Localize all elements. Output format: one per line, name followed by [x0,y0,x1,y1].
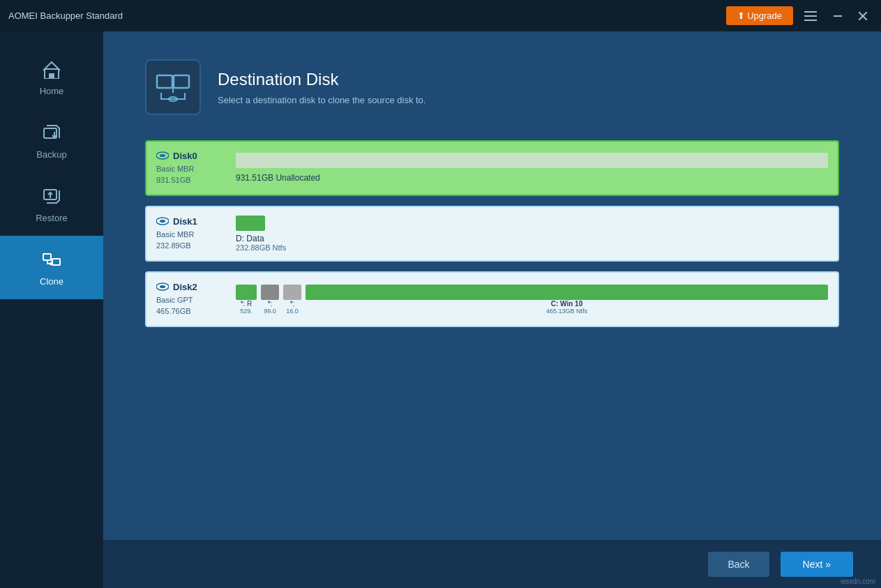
sidebar-item-backup[interactable]: Backup [0,109,103,172]
menu-button[interactable] [799,8,822,24]
header-icon [145,59,201,115]
disk2-info: Disk2 Basic GPT 465.76GB [156,282,226,317]
disk1-bar [236,216,265,231]
disk1-typesize: Basic MBR 232.89GB [156,229,226,252]
sidebar-item-home[interactable]: Home [0,45,103,109]
disk-row-1[interactable]: Disk1 Basic MBR 232.89GB D: Data 232.88G… [145,206,839,262]
page-header: Destination Disk Select a destination di… [145,59,839,115]
disk1-icon [156,216,169,226]
minimize-icon [834,15,842,17]
disk2-part2: *: 99.0 [261,285,279,315]
disk0-partition-label: 931.51GB Unallocated [236,171,828,183]
sidebar-item-restore[interactable]: Restore [0,172,103,236]
disk2-icon [156,282,169,292]
watermark: wsxdn.com [841,578,875,585]
disk0-icon [156,151,169,160]
sidebar-label-restore: Restore [36,213,68,223]
page-subtitle: Select a destination disk to clone the s… [218,95,426,105]
svg-rect-0 [804,11,817,13]
minimize-button[interactable] [828,13,848,20]
app-title: AOMEI Backupper Standard [8,10,123,21]
close-icon [859,12,867,20]
title-bar: AOMEI Backupper Standard ⬆ Upgrade [0,0,881,31]
svg-rect-7 [49,73,54,79]
disk2-part4: C: Win 10 465.13GB Ntfs [306,285,828,315]
svg-point-24 [160,285,165,288]
disk2-name: Disk2 [156,282,226,292]
disk2-part3-bar [283,285,301,300]
menu-icon [804,11,817,21]
svg-rect-3 [834,15,842,17]
svg-rect-15 [174,75,189,88]
disk2-part1-bar [236,285,257,300]
disk2-part4-bar [306,285,828,300]
disk0-bar [236,153,828,168]
clone-icon [40,248,63,271]
disk2-partition-row: *: R 529. *: 99.0 *: 1 [236,285,828,315]
disk1-partition-info: D: Data 232.88GB Ntfs [236,234,828,252]
restore-icon [40,185,63,207]
svg-rect-2 [804,20,817,21]
page-title: Destination Disk [218,70,426,89]
svg-point-22 [160,220,165,223]
main-layout: Home Backup Rest [0,31,881,588]
disk1-info: Disk1 Basic MBR 232.89GB [156,216,226,252]
close-button[interactable] [853,9,873,23]
sidebar-item-clone[interactable]: Clone [0,236,103,299]
disk1-partitions: D: Data 232.88GB Ntfs [236,216,828,252]
sidebar-label-clone: Clone [40,276,63,287]
disk2-part1: *: R 529. [236,285,257,315]
svg-rect-13 [52,259,60,265]
disk2-partitions: *: R 529. *: 99.0 *: 1 [236,285,828,315]
disk-list: Disk0 Basic MBR 931.51GB 931.51GB Unallo… [145,140,839,327]
disk0-name: Disk0 [156,151,226,161]
next-button[interactable]: Next » [781,552,853,577]
disk0-info: Disk0 Basic MBR 931.51GB [156,151,226,186]
home-icon [40,58,63,80]
destination-disk-icon [154,68,192,106]
svg-rect-1 [804,15,817,17]
disk2-part3: *: 16.0 [283,285,301,315]
svg-rect-12 [43,254,51,260]
disk2-part2-bar [261,285,279,300]
titlebar-right: ⬆ Upgrade [726,6,873,25]
upgrade-button[interactable]: ⬆ Upgrade [726,6,793,25]
content-area: Destination Disk Select a destination di… [103,31,881,588]
disk2-typesize: Basic GPT 465.76GB [156,294,226,317]
sidebar: Home Backup Rest [0,31,103,588]
backup-icon [40,121,63,144]
svg-rect-14 [157,75,172,88]
disk0-partitions: 931.51GB Unallocated [236,153,828,183]
sidebar-label-home: Home [40,86,64,96]
header-text: Destination Disk Select a destination di… [218,70,426,105]
back-button[interactable]: Back [708,552,769,577]
titlebar-left: AOMEI Backupper Standard [8,10,123,21]
bottom-bar: Back Next » [103,539,881,588]
disk1-name: Disk1 [156,216,226,227]
disk-row-0[interactable]: Disk0 Basic MBR 931.51GB 931.51GB Unallo… [145,140,839,196]
svg-point-20 [160,154,165,157]
disk-row-2[interactable]: Disk2 Basic GPT 465.76GB *: R 529. [145,271,839,327]
disk0-typesize: Basic MBR 931.51GB [156,163,226,186]
sidebar-label-backup: Backup [36,149,66,160]
